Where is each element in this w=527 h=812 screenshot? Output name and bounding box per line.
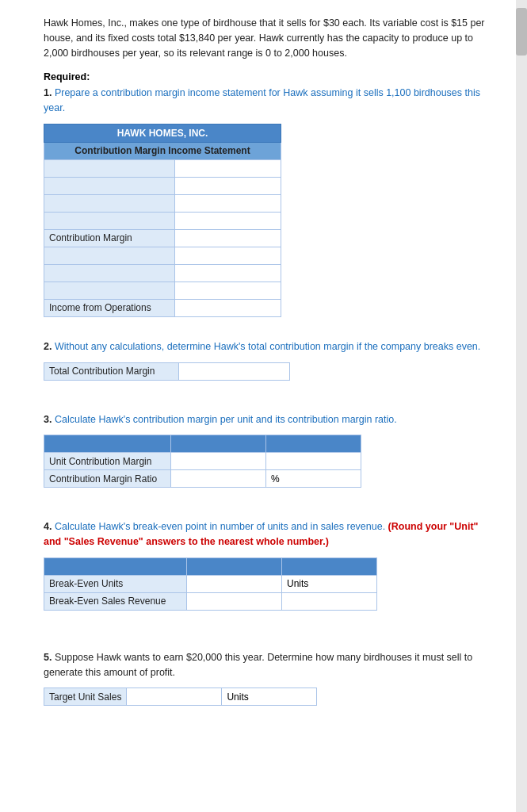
cm-header-2 (171, 435, 266, 453)
row-6-label (44, 247, 175, 264)
income-statement-subtitle: Contribution Margin Income Statement (44, 142, 281, 159)
q5-text: Suppose Hawk wants to earn $20,000 this … (44, 652, 472, 678)
question-2-section: 2. Without any calculations, determine H… (44, 339, 495, 381)
row-1-input[interactable] (180, 163, 276, 174)
breakeven-header (44, 557, 377, 575)
intro-text: Hawk Homes, Inc., makes one type of bird… (44, 16, 495, 60)
company-name: HAWK HOMES, INC. (44, 124, 281, 142)
target-label: Target Unit Sales (44, 688, 127, 706)
breakeven-header-1 (44, 557, 187, 575)
question-2-text: 2. Without any calculations, determine H… (44, 339, 495, 354)
required-label: Required: (44, 71, 495, 82)
q1-number: 1. (44, 87, 52, 98)
question-5-text: 5. Suppose Hawk wants to earn $20,000 th… (44, 650, 495, 680)
q2-number: 2. (44, 341, 52, 352)
row-7-input[interactable] (180, 267, 276, 278)
cm-table-header (44, 435, 361, 453)
row-7-label (44, 264, 175, 282)
table-row (44, 159, 281, 177)
contribution-margin-input[interactable] (180, 232, 276, 243)
row-8-label (44, 282, 175, 299)
question-1-text: 1. Prepare a contribution margin income … (44, 86, 495, 116)
row-1-label (44, 159, 175, 177)
row-7-input-cell[interactable] (174, 264, 281, 282)
cm-header-1 (44, 435, 171, 453)
breakeven-revenue-input[interactable] (192, 596, 277, 607)
cm-ratio-row: Contribution Margin Ratio % (44, 470, 361, 488)
table-header-company: HAWK HOMES, INC. (44, 124, 281, 142)
target-row: Target Unit Sales Units (44, 688, 317, 706)
scrollbar[interactable] (516, 0, 527, 812)
cm-ratio-input-cell[interactable] (171, 470, 266, 488)
unit-cm-input-cell[interactable] (171, 453, 266, 470)
question-5-section: 5. Suppose Hawk wants to earn $20,000 th… (44, 650, 495, 707)
cm-ratio-label: Contribution Margin Ratio (44, 470, 171, 488)
unit-cm-label: Unit Contribution Margin (44, 453, 171, 470)
unit-cm-suffix (266, 453, 361, 470)
contribution-margin-label: Contribution Margin (44, 229, 175, 247)
q3-number: 3. (44, 414, 52, 425)
breakeven-units-label: Break-Even Units (44, 575, 187, 592)
breakeven-units-row: Break-Even Units Units (44, 575, 377, 592)
target-sales-table: Target Unit Sales Units (44, 688, 317, 706)
question-4-section: 4. Calculate Hawk's break-even point in … (44, 519, 495, 611)
cm-ratio-suffix: % (266, 470, 361, 488)
breakeven-revenue-label: Break-Even Sales Revenue (44, 592, 187, 610)
row-8-input-cell[interactable] (174, 282, 281, 299)
cm-ratio-input[interactable] (176, 473, 261, 485)
unit-cm-input[interactable] (176, 456, 261, 467)
question-3-text: 3. Calculate Hawk's contribution margin … (44, 412, 495, 427)
q5-number: 5. (44, 652, 52, 663)
breakeven-header-3 (282, 557, 377, 575)
breakeven-revenue-suffix (282, 592, 377, 610)
row-3-input[interactable] (180, 197, 276, 209)
table-row (44, 194, 281, 212)
row-1-input-cell[interactable] (174, 159, 281, 177)
cm-per-unit-table: Unit Contribution Margin Contribution Ma… (44, 435, 361, 488)
q4-text: Calculate Hawk's break-even point in num… (55, 521, 385, 532)
tcm-input-cell[interactable] (179, 362, 290, 380)
page: Hawk Homes, Inc., makes one type of bird… (0, 0, 527, 812)
row-8-input[interactable] (180, 285, 276, 296)
unit-cm-row: Unit Contribution Margin (44, 453, 361, 470)
row-2-label (44, 177, 175, 194)
row-6-input[interactable] (180, 250, 276, 261)
tcm-row: Total Contribution Margin (44, 362, 290, 380)
tcm-input[interactable] (184, 366, 285, 377)
tcm-label: Total Contribution Margin (44, 362, 179, 380)
income-statement-table: HAWK HOMES, INC. Contribution Margin Inc… (44, 124, 281, 317)
income-from-operations-label: Income from Operations (44, 299, 175, 316)
table-row (44, 177, 281, 194)
contribution-margin-input-cell[interactable] (174, 229, 281, 247)
breakeven-header-2 (187, 557, 282, 575)
breakeven-units-input-cell[interactable] (187, 575, 282, 592)
row-4-input-cell[interactable] (174, 212, 281, 229)
scrollbar-thumb[interactable] (516, 8, 527, 56)
q4-number: 4. (44, 521, 52, 532)
breakeven-units-suffix: Units (282, 575, 377, 592)
question-1-section: 1. Prepare a contribution margin income … (44, 86, 495, 317)
row-6-input-cell[interactable] (174, 247, 281, 264)
row-2-input-cell[interactable] (174, 177, 281, 194)
breakeven-revenue-input-cell[interactable] (187, 592, 282, 610)
breakeven-units-input[interactable] (192, 578, 277, 589)
row-4-input[interactable] (180, 215, 276, 226)
row-3-label (44, 194, 175, 212)
target-input[interactable] (132, 691, 216, 703)
table-row (44, 282, 281, 299)
contribution-margin-row: Contribution Margin (44, 229, 281, 247)
row-3-input-cell[interactable] (174, 194, 281, 212)
q2-text: Without any calculations, determine Hawk… (55, 341, 480, 352)
q3-text: Calculate Hawk's contribution margin per… (55, 414, 397, 425)
table-row (44, 212, 281, 229)
income-from-operations-row: Income from Operations (44, 299, 281, 316)
question-3-section: 3. Calculate Hawk's contribution margin … (44, 412, 495, 488)
cm-header-3 (266, 435, 361, 453)
breakeven-revenue-row: Break-Even Sales Revenue (44, 592, 377, 610)
income-from-operations-input[interactable] (180, 302, 276, 313)
row-2-input[interactable] (180, 180, 276, 191)
target-input-cell[interactable] (127, 688, 222, 706)
income-from-operations-input-cell[interactable] (174, 299, 281, 316)
breakeven-table: Break-Even Units Units Break-Even Sales … (44, 557, 377, 611)
table-header-subtitle: Contribution Margin Income Statement (44, 142, 281, 159)
